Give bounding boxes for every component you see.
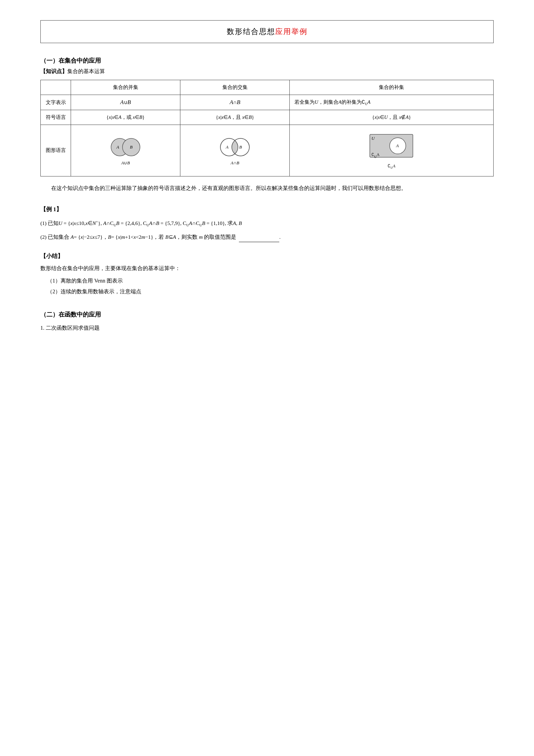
page-title-red: 应用举例 xyxy=(275,27,308,36)
example1-item2: (2) 已知集合 A= {x|−2≤x≤7}，B= {x|m+1<x<2m−1}… xyxy=(40,232,494,242)
svg-text:U: U xyxy=(371,136,375,141)
complement-venn-diagram: U A ∁UA xyxy=(368,132,415,162)
row-label-symbol: 符号语言 xyxy=(41,110,71,125)
example1-heading: 【例 1】 xyxy=(40,205,494,213)
union-label: A∪B xyxy=(121,160,130,166)
summary-heading: 【小结】 xyxy=(40,252,494,260)
example1-item1: (1) 已知U = {x|x≤10,x∈N+}, A∩CUB = {2,4,6}… xyxy=(40,218,494,229)
knowledge-label: 【知识点】 xyxy=(40,68,67,74)
table-header-2: 集合的交集 xyxy=(180,80,290,95)
row-graphic-complement: U A ∁UA ∁UA xyxy=(290,125,494,176)
summary-item1: （1）离散的集合用 Venn 图表示 xyxy=(47,275,494,286)
row-symbol-intersect: {x|x∈A，且 x∈B} xyxy=(180,110,290,125)
table-header-1: 集合的并集 xyxy=(71,80,180,95)
row-label-graphic: 图形语言 xyxy=(41,125,71,176)
row-graphic-union: A B A∪B xyxy=(71,125,180,176)
svg-text:B: B xyxy=(130,144,133,150)
blank-period: . xyxy=(279,234,281,240)
section1-heading: （一）在集合中的应用 xyxy=(40,57,494,65)
svg-text:A: A xyxy=(116,144,119,150)
row-symbol-complement: {x|x∈U，且 x∉A} xyxy=(290,110,494,125)
row-graphic-intersect: A B A∩B xyxy=(180,125,290,176)
table-row-text: 文字表示 A∪B A∩B 若全集为U，则集合A的补集为∁UA xyxy=(41,95,494,110)
set-operations-table: 集合的并集 集合的交集 集合的补集 文字表示 A∪B A∩B 若全集为U，则集合… xyxy=(40,80,494,176)
svg-text:B: B xyxy=(239,144,242,150)
summary-text: 数形结合在集合中的应用，主要体现在集合的基本运算中： xyxy=(40,263,494,273)
row-label-text: 文字表示 xyxy=(41,95,71,110)
svg-text:A: A xyxy=(396,143,399,148)
table-row-symbol: 符号语言 {x|x∈A，或 x∈B} {x|x∈A，且 x∈B} {x|x∈U，… xyxy=(41,110,494,125)
svg-text:A: A xyxy=(225,144,228,150)
complement-label: ∁UA xyxy=(388,163,395,169)
row-symbol-union: {x|x∈A，或 x∈B} xyxy=(71,110,180,125)
table-header-3: 集合的补集 xyxy=(290,80,494,95)
numbered-item1: 1. 二次函数区间求值问题 xyxy=(40,323,494,333)
intersect-venn-diagram: A B xyxy=(216,135,253,159)
table-header-0 xyxy=(41,80,71,95)
page-title-box: 数形结合思想应用举例 xyxy=(40,20,494,43)
union-venn-diagram: A B xyxy=(107,135,144,159)
row-text-union: A∪B xyxy=(71,95,180,110)
row-text-complement: 若全集为U，则集合A的补集为∁UA xyxy=(290,95,494,110)
section2-heading: （二）在函数中的应用 xyxy=(40,310,494,319)
intro-paragraph: 在这个知识点中集合的三种运算除了抽象的符号语言描述之外，还有直观的图形语言。所以… xyxy=(40,183,494,193)
summary-item2: （2）连续的数集用数轴表示，注意端点 xyxy=(47,286,494,297)
knowledge-point: 【知识点】集合的基本运算 xyxy=(40,68,494,75)
answer-blank xyxy=(239,242,279,242)
table-row-graphic: 图形语言 A B A∪B xyxy=(41,125,494,176)
knowledge-text: 集合的基本运算 xyxy=(67,68,105,74)
row-text-intersect: A∩B xyxy=(180,95,290,110)
page-title-black: 数形结合思想 xyxy=(227,27,275,36)
intersect-label: A∩B xyxy=(231,160,239,166)
